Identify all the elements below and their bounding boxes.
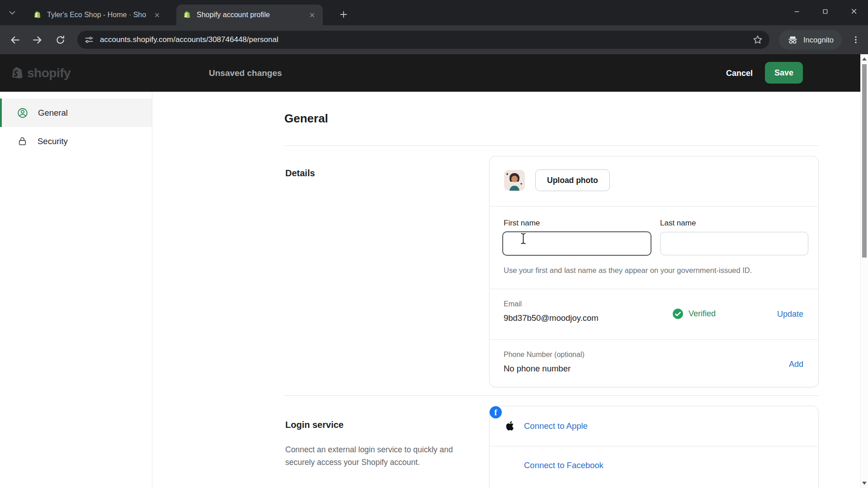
person-circle-icon bbox=[17, 107, 28, 119]
divider bbox=[490, 206, 818, 206]
scrollbar-down-arrow[interactable] bbox=[862, 482, 867, 485]
login-service-description: Connect an external login service to qui… bbox=[285, 443, 453, 469]
close-icon[interactable] bbox=[151, 9, 162, 20]
browser-tab-profile[interactable]: Shopify account profile bbox=[176, 5, 323, 25]
update-email-link[interactable]: Update bbox=[777, 310, 803, 319]
page-title: General bbox=[284, 112, 328, 126]
site-info-icon[interactable] bbox=[84, 35, 94, 45]
chevron-down-icon[interactable] bbox=[5, 5, 20, 20]
add-phone-link[interactable]: Add bbox=[789, 360, 803, 369]
first-name-label: First name bbox=[504, 219, 540, 228]
scrollbar-up-arrow[interactable] bbox=[862, 57, 867, 61]
verified-badge: Verified bbox=[672, 308, 716, 319]
shopify-favicon bbox=[183, 10, 192, 19]
forward-icon[interactable] bbox=[28, 31, 46, 48]
save-button[interactable]: Save bbox=[765, 62, 803, 84]
divider bbox=[284, 145, 819, 146]
unsaved-changes-status: Unsaved changes bbox=[209, 68, 282, 78]
apple-icon bbox=[505, 420, 516, 432]
lock-icon bbox=[17, 136, 28, 147]
divider bbox=[490, 446, 818, 446]
maximize-icon[interactable] bbox=[811, 0, 840, 23]
last-name-input[interactable] bbox=[660, 232, 808, 255]
phone-label: Phone Number (optional) bbox=[504, 351, 585, 359]
avatar bbox=[504, 170, 525, 191]
menu-dots-icon[interactable] bbox=[847, 31, 864, 48]
login-service-section-label: Login service bbox=[285, 420, 344, 430]
upload-photo-button[interactable]: Upload photo bbox=[535, 169, 610, 191]
connect-facebook-link[interactable]: Connect to Facebook bbox=[524, 460, 604, 470]
incognito-badge: Incognito bbox=[779, 30, 842, 50]
scrollbar[interactable] bbox=[860, 54, 868, 488]
url-bar[interactable]: accounts.shopify.com/accounts/308746448/… bbox=[77, 31, 769, 49]
last-name-label: Last name bbox=[660, 219, 696, 228]
browser-tab-strip: Tyler's Eco Shop - Home · Shopi Shopify … bbox=[0, 0, 868, 25]
divider bbox=[490, 289, 818, 289]
window-close-icon[interactable] bbox=[840, 0, 868, 23]
browser-toolbar: accounts.shopify.com/accounts/308746448/… bbox=[0, 25, 868, 54]
sidebar-item-label: Security bbox=[38, 136, 68, 146]
verified-check-icon bbox=[672, 308, 684, 319]
first-name-input[interactable] bbox=[502, 231, 651, 256]
phone-value: No phone number bbox=[504, 364, 571, 374]
shopify-favicon bbox=[33, 10, 42, 19]
connect-apple-link[interactable]: Connect to Apple bbox=[524, 421, 588, 431]
url-text[interactable]: accounts.shopify.com/accounts/308746448/… bbox=[100, 35, 746, 44]
minimize-icon[interactable] bbox=[783, 0, 811, 23]
bookmark-star-icon[interactable] bbox=[752, 34, 763, 45]
sidebar-item-security[interactable]: Security bbox=[0, 127, 152, 155]
tab-title: Shopify account profile bbox=[197, 11, 302, 19]
cancel-button[interactable]: Cancel bbox=[720, 64, 759, 82]
facebook-icon: f bbox=[490, 406, 502, 418]
new-tab-icon[interactable] bbox=[335, 6, 352, 23]
divider bbox=[490, 339, 818, 340]
browser-tab-store[interactable]: Tyler's Eco Shop - Home · Shopi bbox=[27, 5, 168, 25]
page-topbar: shopify Unsaved changes Cancel Save bbox=[0, 54, 868, 92]
verified-label: Verified bbox=[689, 309, 716, 319]
tab-title: Tyler's Eco Shop - Home · Shopi bbox=[47, 11, 146, 19]
details-card: Upload photo First name Last name Use yo… bbox=[489, 156, 819, 387]
incognito-icon bbox=[787, 34, 798, 46]
email-label: Email bbox=[504, 300, 522, 308]
login-service-card: Connect to Apple f Connect to Facebook bbox=[489, 406, 819, 488]
details-section-label: Details bbox=[285, 168, 315, 178]
incognito-label: Incognito bbox=[803, 36, 834, 44]
reload-icon[interactable] bbox=[52, 31, 69, 48]
shopify-logo: shopify bbox=[10, 66, 71, 81]
back-icon[interactable] bbox=[6, 31, 24, 48]
close-icon[interactable] bbox=[307, 9, 317, 20]
name-helper-text: Use your first and last name as they app… bbox=[504, 266, 752, 275]
settings-sidebar: General Security bbox=[0, 92, 152, 488]
shopify-wordmark: shopify bbox=[27, 66, 71, 80]
sidebar-item-general[interactable]: General bbox=[0, 99, 152, 127]
sidebar-item-label: General bbox=[38, 108, 68, 118]
email-value: 9bd37b50@moodjoy.com bbox=[504, 313, 599, 323]
divider bbox=[284, 395, 819, 396]
scrollbar-thumb[interactable] bbox=[862, 64, 867, 258]
